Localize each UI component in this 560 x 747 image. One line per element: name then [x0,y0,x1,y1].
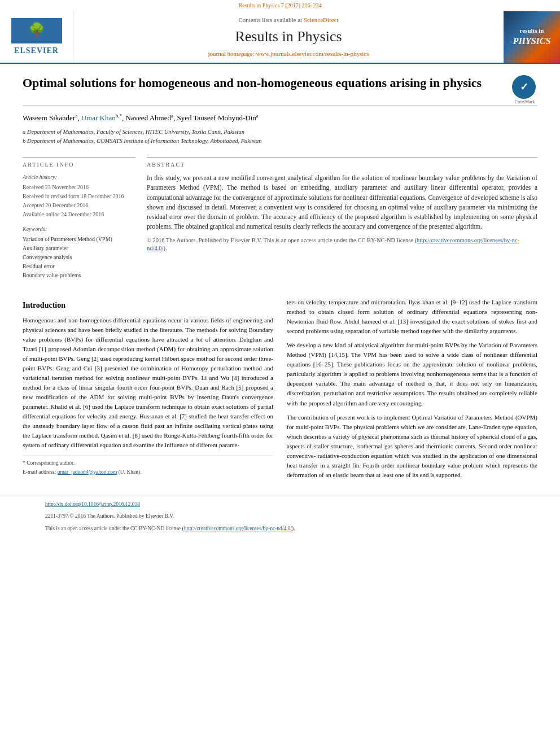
footnote-section: * Corresponding author. E-mail address: … [23,456,273,476]
crossmark-badge[interactable]: ✓ CrossMark [512,75,537,101]
abstract-text: In this study, we present a new modified… [147,173,537,232]
accepted-date: Accepted 20 December 2016 [23,202,135,209]
doi-bar: Results in Physics 7 (2017) 216–224 [0,0,560,11]
author3-name: Naveed Ahmed [125,114,171,123]
results-badge-line1: results in [520,27,544,35]
footer-doi: http://dx.doi.org/10.1016/j.rinp.2016.12… [23,499,537,510]
footer-license: This is an open access article under the… [23,523,537,535]
article-history: Article history: Received 23 November 20… [23,173,135,219]
two-col-body: Introduction Homogenous and non-homogeno… [23,298,537,484]
intro-para3: We develop a new kind of analytical algo… [287,340,537,408]
revised-date: Received in revised form 18 December 201… [23,193,135,200]
keyword-1: Variation of Parameters Method (VPM) [23,235,135,243]
keyword-2: Auxiliary parameter [23,244,135,252]
results-badge-line2: PHYSICS [513,35,551,47]
footer-doi-link[interactable]: http://dx.doi.org/10.1016/j.rinp.2016.12… [45,501,140,507]
footer-license-link[interactable]: http://creativecommons.org/licenses/by-n… [184,526,292,531]
keyword-5: Boundary value problems [23,272,135,279]
cc-license: © 2016 The Authors. Published by Elsevie… [147,237,537,253]
article-title-section: Optimal solutions for homogeneous and no… [23,75,537,106]
author1-name: Waseem Sikander [23,114,75,123]
cc-text: © 2016 The Authors. Published by Elsevie… [147,237,417,243]
journal-header: 🌳 ELSEVIER Contents lists available at S… [0,11,560,64]
online-date: Available online 24 December 2016 [23,211,135,219]
author4-sup: a [256,113,259,119]
footnote-corresponding: * Corresponding author. [23,460,273,467]
sciencedirect-line: Contents lists available at ScienceDirec… [238,16,338,24]
history-heading: Article history: [23,173,135,181]
authors-line: Waseem Sikandera, Umar Khanb,*, Naveed A… [23,112,537,124]
author2-name[interactable]: Umar Khan [81,114,116,123]
sciencedirect-link[interactable]: ScienceDirect [304,16,339,23]
crossmark-icon: ✓ [512,75,536,99]
affiliation-a: a Department of Mathematics, Faculty of … [23,128,537,137]
intro-title: Introduction [23,300,273,311]
intro-para2: ters on velocity, temperature and micror… [287,298,537,336]
footer-issn: 2211-3797/© 2016 The Authors. Published … [23,510,537,522]
article-info-abstract: ARTICLE INFO Article history: Received 2… [23,157,537,286]
elsevier-tree-icon: 🌳 [28,21,45,40]
footnote-email-link[interactable]: umar_jadoon4@yahoo.com [58,469,117,475]
body-col-right: ters on velocity, temperature and micror… [287,298,537,484]
footnote-email-name: (U. Khan). [117,469,141,475]
author2-sup: b,* [116,113,122,119]
journal-url: journal homepage: www.journals.elsevier.… [208,50,369,58]
journal-header-logo: 🌳 ELSEVIER [0,11,73,63]
abstract-col: ABSTRACT In this study, we present a new… [147,157,537,286]
abstract-label: ABSTRACT [147,157,537,169]
received-date: Received 23 November 2016 [23,184,135,191]
footnote-email: E-mail address: umar_jadoon4@yahoo.com (… [23,469,273,476]
affiliation-b: b Department of Mathematics, COMSATS Ins… [23,137,537,146]
article-container: Optimal solutions for homogeneous and no… [0,64,560,298]
journal-header-center: Contents lists available at ScienceDirec… [73,11,504,63]
cc-close: ). [163,245,167,251]
article-title: Optimal solutions for homogeneous and no… [23,75,504,91]
author4-name: Syed Tauseef Mohyud-Din [177,114,256,123]
keyword-3: Convergence analysis [23,254,135,261]
elsevier-logo: 🌳 ELSEVIER [11,18,62,56]
intro-para1: Homogenous and non-homogenous differenti… [23,316,273,451]
footer-license-text: This is an open access article under the… [45,526,184,531]
author1-sup: a [75,113,77,119]
article-info-label: ARTICLE INFO [23,157,135,169]
doi-text: Results in Physics 7 (2017) 216–224 [239,2,322,8]
crossmark-label: CrossMark [512,99,537,105]
keywords-block: Keywords: Variation of Parameters Method… [23,225,135,279]
keyword-4: Residual error [23,263,135,270]
main-body: Introduction Homogenous and non-homogeno… [0,298,560,496]
keywords-heading: Keywords: [23,225,135,233]
intro-para4: The contribution of present work is to i… [287,413,537,480]
elsevier-label: ELSEVIER [14,45,59,56]
footnote-email-text: E-mail address: [23,469,58,475]
footer: http://dx.doi.org/10.1016/j.rinp.2016.12… [0,496,560,537]
elsevier-logo-image: 🌳 [11,18,62,43]
footer-license-close: ). [292,526,295,531]
body-col-left: Introduction Homogenous and non-homogeno… [23,298,273,484]
journal-title: Results in Physics [235,27,342,47]
contents-text: Contents lists available at [238,16,302,23]
journal-badge: results in PHYSICS [504,11,560,63]
article-info-col: ARTICLE INFO Article history: Received 2… [23,157,135,286]
author3-sup: a [171,113,173,119]
